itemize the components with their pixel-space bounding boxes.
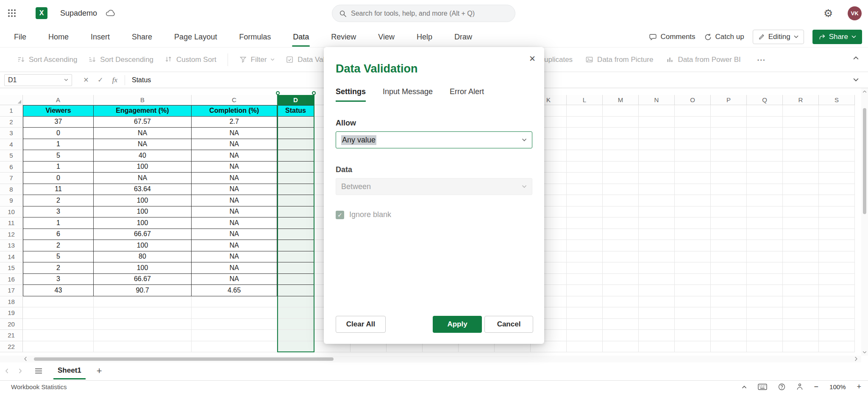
cell-C10[interactable]: NA xyxy=(192,206,277,218)
cell-P20[interactable] xyxy=(711,319,747,330)
sort-ascending-button[interactable]: Sort Ascending xyxy=(17,56,77,64)
cell-C16[interactable]: NA xyxy=(192,274,277,285)
cell-N22[interactable] xyxy=(639,341,675,353)
cell-M15[interactable] xyxy=(603,262,639,274)
cell-N11[interactable] xyxy=(639,217,675,229)
row-header-5[interactable]: 5 xyxy=(0,150,23,162)
cell-A7[interactable]: 0 xyxy=(23,173,94,184)
tab-input-message[interactable]: Input Message xyxy=(383,87,433,102)
cell-P19[interactable] xyxy=(711,307,747,319)
cell-B10[interactable]: 100 xyxy=(94,206,192,218)
cell-Q5[interactable] xyxy=(747,150,783,162)
menu-help[interactable]: Help xyxy=(417,28,432,47)
workbook-title[interactable]: Supademo xyxy=(60,9,97,18)
cell-O4[interactable] xyxy=(675,139,711,151)
cell-B19[interactable] xyxy=(94,307,192,319)
cell-L5[interactable] xyxy=(567,150,603,162)
cell-Q9[interactable] xyxy=(747,195,783,206)
cell-S15[interactable] xyxy=(819,262,855,274)
cell-L9[interactable] xyxy=(567,195,603,206)
cell-S11[interactable] xyxy=(819,217,855,229)
cell-C15[interactable]: NA xyxy=(192,262,277,274)
cell-B3[interactable]: NA xyxy=(94,128,192,139)
cell-N13[interactable] xyxy=(639,240,675,251)
cell-D10[interactable] xyxy=(277,206,314,218)
cell-C7[interactable]: NA xyxy=(192,173,277,184)
settings-gear-icon[interactable]: ⚙ xyxy=(823,7,833,20)
cell-A19[interactable] xyxy=(23,307,94,319)
cell-M13[interactable] xyxy=(603,240,639,251)
cell-N19[interactable] xyxy=(639,307,675,319)
cell-D16[interactable] xyxy=(277,274,314,285)
data-from-picture-button[interactable]: Data from Picture xyxy=(585,56,653,64)
menu-data[interactable]: Data xyxy=(293,28,309,47)
cell-L10[interactable] xyxy=(567,206,603,218)
cell-O13[interactable] xyxy=(675,240,711,251)
cell-D4[interactable] xyxy=(277,139,314,151)
cell-B8[interactable]: 63.64 xyxy=(94,184,192,195)
cell-S14[interactable] xyxy=(819,251,855,263)
cell-D2[interactable] xyxy=(277,117,314,128)
row-header-6[interactable]: 6 xyxy=(0,162,23,173)
cell-A22[interactable] xyxy=(23,341,94,353)
zoom-level[interactable]: 100% xyxy=(829,383,846,390)
cell-A9[interactable]: 2 xyxy=(23,195,94,206)
cell-S1[interactable] xyxy=(819,105,855,117)
cell-P11[interactable] xyxy=(711,217,747,229)
cell-A3[interactable]: 0 xyxy=(23,128,94,139)
cell-R13[interactable] xyxy=(783,240,819,251)
search-input[interactable] xyxy=(351,10,508,17)
row-header-12[interactable]: 12 xyxy=(0,229,23,240)
cell-B6[interactable]: 100 xyxy=(94,162,192,173)
custom-sort-button[interactable]: Custom Sort xyxy=(164,56,216,64)
excel-logo-icon[interactable]: X xyxy=(36,7,47,19)
menu-insert[interactable]: Insert xyxy=(91,28,110,47)
cell-P17[interactable] xyxy=(711,285,747,296)
cell-B15[interactable]: 100 xyxy=(94,262,192,274)
keyboard-shortcuts-icon[interactable] xyxy=(758,384,767,390)
cell-C21[interactable] xyxy=(192,330,277,341)
column-header-S[interactable]: S xyxy=(819,95,855,105)
column-header-C[interactable]: C xyxy=(192,95,277,105)
cell-R14[interactable] xyxy=(783,251,819,263)
cell-C3[interactable]: NA xyxy=(192,128,277,139)
cell-O12[interactable] xyxy=(675,229,711,240)
cell-N21[interactable] xyxy=(639,330,675,341)
cell-Q3[interactable] xyxy=(747,128,783,139)
cell-N1[interactable] xyxy=(639,105,675,117)
cell-S17[interactable] xyxy=(819,285,855,296)
cell-D14[interactable] xyxy=(277,251,314,263)
dialog-close-icon[interactable]: ✕ xyxy=(529,54,536,64)
formula-bar-expand-chevron-icon[interactable] xyxy=(853,78,859,82)
cell-R11[interactable] xyxy=(783,217,819,229)
cell-B22[interactable] xyxy=(94,341,192,353)
scroll-right-arrow-icon[interactable] xyxy=(854,357,858,361)
cell-D17[interactable] xyxy=(277,285,314,296)
cell-L14[interactable] xyxy=(567,251,603,263)
cell-P9[interactable] xyxy=(711,195,747,206)
row-header-15[interactable]: 15 xyxy=(0,262,23,274)
cell-N18[interactable] xyxy=(639,296,675,308)
cell-A5[interactable]: 5 xyxy=(23,150,94,162)
cell-N9[interactable] xyxy=(639,195,675,206)
cell-N15[interactable] xyxy=(639,262,675,274)
cell-M7[interactable] xyxy=(603,173,639,184)
cell-B16[interactable]: 66.67 xyxy=(94,274,192,285)
cell-R17[interactable] xyxy=(783,285,819,296)
cell-C20[interactable] xyxy=(192,319,277,330)
cell-A1[interactable]: Viewers xyxy=(23,105,94,117)
tab-error-alert[interactable]: Error Alert xyxy=(450,87,484,102)
zoom-in-button[interactable]: + xyxy=(857,382,861,391)
cell-L6[interactable] xyxy=(567,162,603,173)
cell-P16[interactable] xyxy=(711,274,747,285)
cell-O21[interactable] xyxy=(675,330,711,341)
cell-P18[interactable] xyxy=(711,296,747,308)
cell-Q14[interactable] xyxy=(747,251,783,263)
cell-N5[interactable] xyxy=(639,150,675,162)
all-sheets-menu-icon[interactable] xyxy=(35,368,42,374)
cell-A15[interactable]: 2 xyxy=(23,262,94,274)
cell-S3[interactable] xyxy=(819,128,855,139)
cell-Q6[interactable] xyxy=(747,162,783,173)
cell-Q16[interactable] xyxy=(747,274,783,285)
cell-O9[interactable] xyxy=(675,195,711,206)
